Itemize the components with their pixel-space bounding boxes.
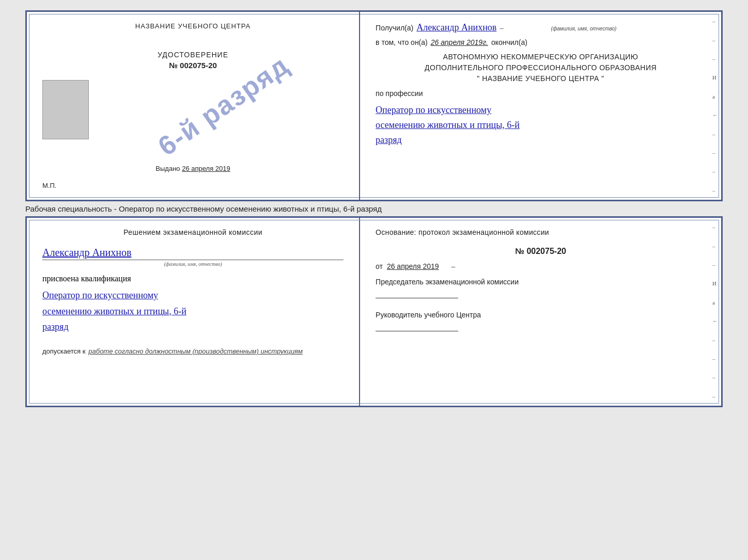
top-cert-left-panel: НАЗВАНИЕ УЧЕБНОГО ЦЕНТРА 6-й разряд УДОС… xyxy=(27,12,360,200)
org-line1: АВТОНОМНУЮ НЕКОММЕРЧЕСКУЮ ОРГАНИЗАЦИЮ xyxy=(376,52,706,62)
dopuskaetsya-line: допускается к работе согласно должностны… xyxy=(42,347,344,355)
vydano-label: Выдано xyxy=(155,165,180,172)
ot-label: от xyxy=(376,262,383,270)
bottom-cert-left-panel: Решением экзаменационной комиссии Алекса… xyxy=(27,218,360,406)
dopusk-text: работе согласно должностным (производств… xyxy=(88,347,303,355)
vydano-date: 26 апреля 2019 xyxy=(182,165,230,172)
right-decorations-bottom: – – – И а ← – – – – xyxy=(712,218,718,406)
bottom-cert-right-panel: Основание: протокол экзаменационной коми… xyxy=(360,218,721,406)
rukovoditel-label: Руководитель учебного Центра xyxy=(376,310,706,321)
vtom-date: 26 апреля 2019г. xyxy=(431,38,488,46)
profession-line3: разряд xyxy=(376,133,706,148)
vtom-label: в том, что он(а) xyxy=(376,38,428,46)
subtitle-line: Рабочая специальность - Оператор по иску… xyxy=(25,201,723,216)
vtom-line: в том, что он(а) 26 апреля 2019г. окончи… xyxy=(376,38,706,46)
profession-line2: осеменению животных и птицы, 6-й xyxy=(376,118,706,133)
poluchil-line: Получил(а) Александр Анихнов – (фамилия,… xyxy=(376,22,706,33)
recipient-name-top: Александр Анихнов xyxy=(416,22,496,33)
ot-date-value: 26 апреля 2019 xyxy=(387,262,439,270)
document-container: НАЗВАНИЕ УЧЕБНОГО ЦЕНТРА 6-й разряд УДОС… xyxy=(25,10,723,407)
dopuskaetsya-label: допускается к xyxy=(42,347,85,355)
cert-title: НАЗВАНИЕ УЧЕБНОГО ЦЕНТРА xyxy=(135,22,251,30)
recipient-name-bottom: Александр Анихнов xyxy=(42,247,344,259)
photo-placeholder xyxy=(42,80,89,139)
fio-label-bottom: (фамилия, имя, отчество) xyxy=(42,261,344,267)
qual-line3: разряд xyxy=(42,319,344,335)
org-line3: " НАЗВАНИЕ УЧЕБНОГО ЦЕНТРА " xyxy=(376,73,706,84)
name-block-bottom: Александр Анихнов (фамилия, имя, отчеств… xyxy=(42,245,344,267)
protocol-num: № 002075-20 xyxy=(376,247,706,256)
ot-date-line: от 26 апреля 2019 – xyxy=(376,262,706,270)
chairman-signature-line xyxy=(376,298,458,298)
udostoverenie-block: УДОСТОВЕРЕНИЕ № 002075-20 xyxy=(158,51,228,70)
po-professii: по профессии xyxy=(376,89,706,98)
top-certificate: НАЗВАНИЕ УЧЕБНОГО ЦЕНТРА 6-й разряд УДОС… xyxy=(25,10,723,201)
org-line2: ДОПОЛНИТЕЛЬНОГО ПРОФЕССИОНАЛЬНОГО ОБРАЗО… xyxy=(376,62,706,73)
org-block: АВТОНОМНУЮ НЕКОММЕРЧЕСКУЮ ОРГАНИЗАЦИЮ ДО… xyxy=(376,52,706,84)
right-decorations-top: – – – И а ← – – – – xyxy=(712,12,718,200)
rukovoditel-signature-line xyxy=(376,331,458,331)
profession-top: Оператор по искусственному осеменению жи… xyxy=(376,103,706,147)
udostoverenie-label: УДОСТОВЕРЕНИЕ xyxy=(158,51,228,59)
prisvoena-text: присвоена квалификация xyxy=(42,274,344,283)
udostoverenie-number: № 002075-20 xyxy=(158,61,228,70)
qualification-block: Оператор по искусственному осеменению жи… xyxy=(42,287,344,335)
profession-line1: Оператор по искусственному xyxy=(376,103,706,118)
mp-label: М.П. xyxy=(42,182,56,189)
top-cert-right-panel: Получил(а) Александр Анихнов – (фамилия,… xyxy=(360,12,721,200)
chairman-label: Председатель экзаменационной комиссии xyxy=(376,277,706,287)
qual-line1: Оператор по искусственному xyxy=(42,287,344,303)
osnovanie-text: Основание: протокол экзаменационной коми… xyxy=(376,228,706,236)
poluchil-label: Получил(а) xyxy=(376,24,413,32)
vydano-line: Выдано 26 апреля 2019 xyxy=(155,165,230,178)
fio-label-top: (фамилия, имя, отчество) xyxy=(551,26,617,31)
rukovoditel-block: Руководитель учебного Центра xyxy=(376,310,706,331)
chairman-block: Председатель экзаменационной комиссии xyxy=(376,277,706,298)
okonchil-label: окончил(а) xyxy=(491,38,527,46)
bottom-certificate: Решением экзаменационной комиссии Алекса… xyxy=(25,216,723,407)
resheniem-text: Решением экзаменационной комиссии xyxy=(42,228,344,236)
qual-line2: осеменению животных и птицы, 6-й xyxy=(42,303,344,319)
